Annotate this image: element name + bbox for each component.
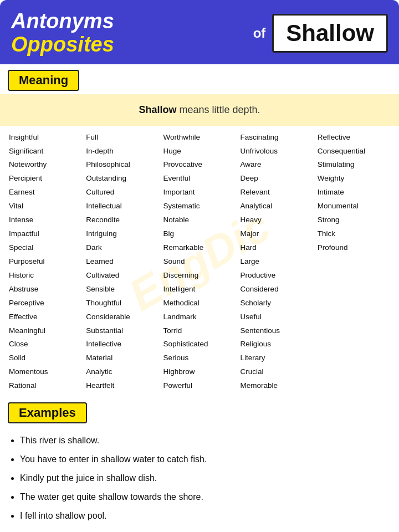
header-antonyms-text: Antonyms [11, 10, 114, 33]
word-item: Notable [162, 214, 237, 227]
word-item: Torrid [162, 325, 237, 337]
word-item: Landmark [162, 311, 237, 324]
word-item: Learned [85, 255, 160, 268]
meaning-definition-text: means little depth. [176, 104, 260, 115]
word-item: Significant [8, 145, 83, 158]
word-item: Monumental [316, 200, 391, 213]
meaning-definition-row: Shallow means little depth. [0, 94, 399, 126]
word-item: Stimulating [316, 158, 391, 171]
word-item: Intellectual [85, 200, 160, 213]
word-item: Material [85, 352, 160, 365]
word-item: Momentous [8, 366, 83, 378]
word-item: Cultured [85, 186, 160, 199]
word-item: Scholarly [239, 297, 314, 310]
example-item-4: The water get quite shallow towards the … [20, 488, 386, 507]
words-grid: InsightfulSignificantNoteworthyPercipien… [8, 131, 391, 393]
word-item: Deep [239, 172, 314, 185]
word-item: Religious [239, 338, 314, 351]
word-item: Dark [85, 242, 160, 254]
word-item: Hard [239, 242, 314, 254]
word-item: Meaningful [8, 325, 83, 337]
word-item: Discerning [162, 269, 237, 282]
word-item: Recondite [85, 214, 160, 227]
word-item: Highbrow [162, 366, 237, 378]
word-item: Outstanding [85, 172, 160, 185]
word-item: Thoughtful [85, 297, 160, 310]
word-item: Methodical [162, 297, 237, 310]
word-item: Intense [8, 214, 83, 227]
word-item: Analytical [239, 200, 314, 213]
word-item: Percipient [8, 172, 83, 185]
word-item: Intelligent [162, 283, 237, 296]
word-item: Unfrivolous [239, 145, 314, 158]
header-opposites-text: Opposites [11, 33, 114, 57]
word-item: Substantial [85, 325, 160, 337]
word-item: Systematic [162, 200, 237, 213]
word-item: Insightful [8, 131, 83, 144]
word-item: Literary [239, 352, 314, 365]
word-item: Fascinating [239, 131, 314, 144]
example-item-1: This river is shallow. [20, 431, 386, 450]
word-item: Vital [8, 200, 83, 213]
word-item: Crucial [239, 366, 314, 378]
word-item: Important [162, 186, 237, 199]
word-item: Noteworthy [8, 158, 83, 171]
word-item: Consequential [316, 145, 391, 158]
examples-list: This river is shallow.You have to enter … [0, 427, 399, 532]
header-right: of Shallow [247, 14, 388, 53]
word-item: Profound [316, 242, 391, 254]
word-item: Considerable [85, 311, 160, 324]
word-item: Useful [239, 311, 314, 324]
word-item: Special [8, 242, 83, 254]
word-item: Weighty [316, 172, 391, 185]
word-item: Rational [8, 380, 83, 392]
header-left: Antonyms Opposites [11, 10, 114, 57]
word-item: Analytic [85, 366, 160, 378]
word-item: Huge [162, 145, 237, 158]
word-item: Intriguing [85, 228, 160, 241]
word-item: Intellective [85, 338, 160, 351]
meaning-label-box: Meaning [8, 70, 79, 91]
word-item: Solid [8, 352, 83, 365]
meaning-label: Meaning [19, 73, 68, 87]
word-item: Aware [239, 158, 314, 171]
examples-label-row: Examples [0, 397, 399, 427]
word-item: Cultivated [85, 269, 160, 282]
word-item: Historic [8, 269, 83, 282]
word-item: Major [239, 228, 314, 241]
words-section: EngDic InsightfulSignificantNoteworthyPe… [0, 126, 399, 397]
word-item: Productive [239, 269, 314, 282]
example-item-3: Kindly put the juice in shallow dish. [20, 469, 386, 488]
meaning-word: Shallow [139, 104, 176, 115]
word-item: Eventful [162, 172, 237, 185]
word-item: Intimate [316, 186, 391, 199]
word-item: Sound [162, 255, 237, 268]
word-item: Memorable [239, 380, 314, 392]
word-item: Worthwhile [162, 131, 237, 144]
word-item: Perceptive [8, 297, 83, 310]
header-word-box: Shallow [272, 14, 388, 53]
word-item: Powerful [162, 380, 237, 392]
word-item: Big [162, 228, 237, 241]
word-item: Strong [316, 214, 391, 227]
meaning-label-row: Meaning [0, 64, 399, 94]
page-header: Antonyms Opposites of Shallow [0, 0, 399, 64]
meaning-definition: Shallow means little depth. [139, 104, 260, 115]
word-item: Sententious [239, 325, 314, 337]
word-item: Thick [316, 228, 391, 241]
word-item: In-depth [85, 145, 160, 158]
word-item: Reflective [316, 131, 391, 144]
header-word: Shallow [286, 20, 374, 47]
words-col-3: WorthwhileHugeProvocativeEventfulImporta… [162, 131, 237, 393]
word-item: Provocative [162, 158, 237, 171]
word-item: Sensible [85, 283, 160, 296]
words-col-5: ReflectiveConsequentialStimulatingWeight… [316, 131, 391, 393]
word-item: Close [8, 338, 83, 351]
words-col-1: InsightfulSignificantNoteworthyPercipien… [8, 131, 83, 393]
word-item: Relevant [239, 186, 314, 199]
word-item: Purposeful [8, 255, 83, 268]
word-item: Earnest [8, 186, 83, 199]
header-of-text: of [253, 25, 266, 41]
word-item: Abstruse [8, 283, 83, 296]
examples-label: Examples [19, 406, 76, 420]
